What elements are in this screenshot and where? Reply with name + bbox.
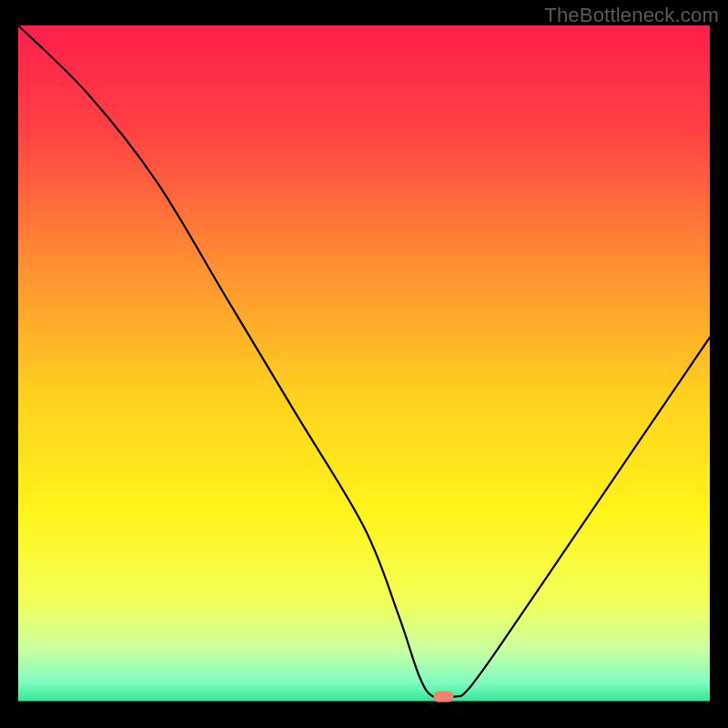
chart-frame: TheBottleneck.com xyxy=(0,0,728,728)
minimum-marker xyxy=(433,692,453,703)
gradient-background xyxy=(18,25,710,703)
chart-svg xyxy=(18,25,710,703)
watermark-text: TheBottleneck.com xyxy=(544,4,719,27)
plot-area xyxy=(18,25,710,703)
